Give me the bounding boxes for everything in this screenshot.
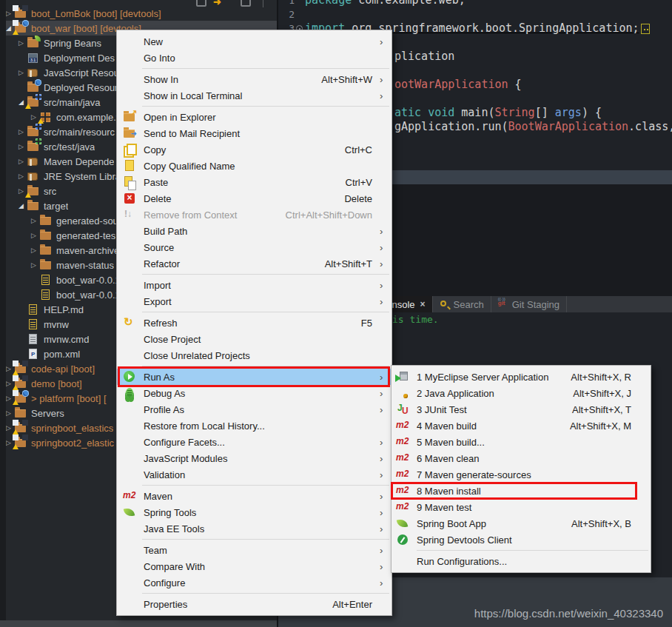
close-icon[interactable]: × (420, 299, 426, 309)
menu-item-send-to-mail-recipient[interactable]: Send to Mail Recipient (117, 125, 392, 141)
code-fragment: org.springframework.boot.SpringApplicati… (352, 21, 639, 35)
menu-item-import[interactable]: Import› (117, 277, 392, 293)
tree-item-label: boot_LomBok [boot] [devtools] (31, 8, 161, 19)
tree-collapsed-arrow-icon[interactable]: ▷ (16, 187, 27, 195)
junit-icon (396, 403, 411, 416)
menu-icon-spacer (123, 403, 138, 416)
menu-item-7-maven-generate-sources[interactable]: m27 Maven generate-sources (392, 466, 651, 483)
menu-item-8-maven-install[interactable]: m28 Maven install (392, 483, 651, 499)
menu-item-label: Spring Devtools Client (417, 534, 512, 546)
menu-item-3-junit-test[interactable]: 3 JUnit TestAlt+Shift+X, T (392, 401, 651, 418)
menu-separator (117, 272, 392, 277)
tab-git-staging[interactable]: gitGit Staging (491, 296, 567, 312)
tree-collapsed-arrow-icon[interactable]: ▷ (16, 143, 27, 150)
menu-item-javascript-modules[interactable]: JavaScript Modules› (117, 450, 392, 466)
tab-search[interactable]: Search (433, 296, 491, 312)
menu-item-close-project[interactable]: Close Project (117, 331, 392, 347)
menu-item-spring-devtools-client[interactable]: Spring Devtools Client (392, 532, 651, 548)
folder-icon (27, 185, 40, 197)
menu-item-2-java-application[interactable]: 2 Java ApplicationAlt+Shift+X, J (392, 385, 651, 401)
menu-item-team[interactable]: Team› (117, 542, 392, 558)
menu-item-compare-with[interactable]: Compare With› (117, 558, 392, 574)
menu-item-source[interactable]: Source› (117, 239, 392, 255)
tree-item-label: mvnw.cmd (44, 334, 89, 345)
menu-item-label: Configure Facets... (144, 437, 225, 448)
menu-item-run-configurations[interactable]: Run Configurations... (392, 553, 651, 569)
submenu-arrow-icon: › (380, 577, 392, 589)
tree-expanded-arrow-icon[interactable]: ◢ (16, 98, 27, 106)
code-text: package com.example.web; (303, 0, 466, 7)
menu-item-show-in[interactable]: Show InAlt+Shift+W› (117, 71, 392, 87)
menu-item-restore-from-local-history[interactable]: Restore from Local History... (117, 418, 392, 434)
explorer-bottom-strip (0, 620, 277, 627)
tree-expanded-arrow-icon[interactable]: ◢ (16, 202, 27, 209)
tree-collapsed-arrow-icon[interactable]: ▷ (16, 128, 27, 135)
badge-globe-icon (22, 390, 29, 397)
folded-region-icon[interactable] (641, 24, 650, 34)
menu-item-run-as[interactable]: Run As› (117, 369, 392, 385)
code-fragment: .class, (628, 120, 672, 133)
folder-icon (39, 259, 53, 271)
menu-item-5-maven-build[interactable]: m25 Maven build... (392, 434, 651, 450)
menu-item-properties[interactable]: PropertiesAlt+Enter (117, 596, 392, 612)
tree-item-label: Deployed Resour (44, 82, 118, 93)
menu-item-debug-as[interactable]: Debug As› (117, 385, 392, 401)
menu-item-profile-as[interactable]: Profile As› (117, 401, 392, 418)
watermark: https://blog.csdn.net/weixin_40323340 (474, 607, 663, 620)
submenu-arrow-icon: › (380, 523, 392, 534)
menu-item-validation[interactable]: Validation› (117, 466, 392, 483)
menu-item-4-maven-build[interactable]: m24 Maven buildAlt+Shift+X, M (392, 418, 651, 434)
menu-item-go-into[interactable]: Go Into (117, 50, 392, 66)
submenu-arrow-icon: › (380, 404, 392, 415)
source-folder-icon (27, 126, 40, 138)
menu-item-6-maven-clean[interactable]: m26 Maven clean (392, 450, 651, 466)
tree-collapsed-arrow-icon[interactable]: ▷ (28, 247, 39, 254)
menu-item-configure[interactable]: Configure› (117, 574, 392, 591)
menu-item-refactor[interactable]: RefactorAlt+Shift+T› (117, 255, 392, 272)
menu-item-delete[interactable]: DeleteDelete (117, 190, 392, 207)
tree-collapsed-arrow-icon[interactable]: ▷ (16, 39, 27, 47)
menu-item-refresh[interactable]: ↻RefreshF5 (117, 315, 392, 331)
code-line: 1package com.example.web; (278, 0, 672, 7)
menu-item-build-path[interactable]: Build Path› (117, 223, 392, 239)
maven-icon: m2 (396, 435, 411, 449)
menu-item-9-maven-test[interactable]: m29 Maven test (392, 499, 651, 515)
tree-item[interactable]: ▷boot_LomBok [boot] [devtools] (0, 6, 277, 21)
tree-item-label: > platform [boot] [ (31, 393, 107, 404)
menu-item-shortcut: Ctrl+V (346, 177, 380, 188)
menu-separator (117, 66, 392, 71)
code-text: gApplication.run(BootWarApplication.clas… (393, 120, 672, 134)
menu-item-label: Restore from Local History... (144, 420, 265, 432)
menu-item-maven[interactable]: m2Maven› (117, 488, 392, 504)
submenu-arrow-icon: › (380, 507, 392, 518)
menu-item-label: Spring Tools (144, 507, 196, 518)
tree-collapsed-arrow-icon[interactable]: ▷ (28, 261, 39, 269)
grid-badge-icon (36, 94, 41, 100)
tree-collapsed-arrow-icon[interactable]: ▷ (28, 232, 39, 239)
tree-collapsed-arrow-icon[interactable]: ▷ (16, 69, 27, 76)
badge-m-icon (13, 375, 19, 381)
menu-item-copy[interactable]: CopyCtrl+C (117, 141, 392, 158)
folder-icon (27, 200, 40, 212)
tree-collapsed-arrow-icon[interactable]: ▷ (28, 217, 39, 224)
menu-item-open-in-explorer[interactable]: Open in Explorer (117, 109, 392, 125)
menu-item-label: Maven (144, 491, 172, 502)
menu-item-export[interactable]: Export› (117, 293, 392, 309)
menu-item-spring-boot-app[interactable]: Spring Boot AppAlt+Shift+X, B (392, 515, 651, 532)
menu-item-new[interactable]: New› (117, 33, 392, 50)
menu-item-label: Build Path (144, 226, 187, 237)
tree-collapsed-arrow-icon[interactable]: ▷ (16, 172, 27, 180)
spring-leaf-icon (123, 506, 138, 519)
menu-item-configure-facets[interactable]: Configure Facets...› (117, 434, 392, 450)
menu-item-paste[interactable]: PasteCtrl+V (117, 174, 392, 190)
menu-item-1-myeclipse-server-application[interactable]: 1 MyEclipse Server ApplicationAlt+Shift+… (392, 369, 651, 385)
file-icon (39, 289, 53, 301)
tree-collapsed-arrow-icon[interactable]: ▷ (28, 113, 39, 121)
menu-item-close-unrelated-projects[interactable]: Close Unrelated Projects (117, 347, 392, 363)
menu-item-spring-tools[interactable]: Spring Tools› (117, 504, 392, 520)
cmd-file-icon (27, 333, 40, 345)
menu-item-java-ee-tools[interactable]: Java EE Tools› (117, 520, 392, 537)
tree-collapsed-arrow-icon[interactable]: ▷ (16, 158, 27, 165)
menu-item-copy-qualified-name[interactable]: Copy Qualified Name (117, 158, 392, 174)
menu-item-show-in-local-terminal[interactable]: Show in Local Terminal› (117, 87, 392, 104)
